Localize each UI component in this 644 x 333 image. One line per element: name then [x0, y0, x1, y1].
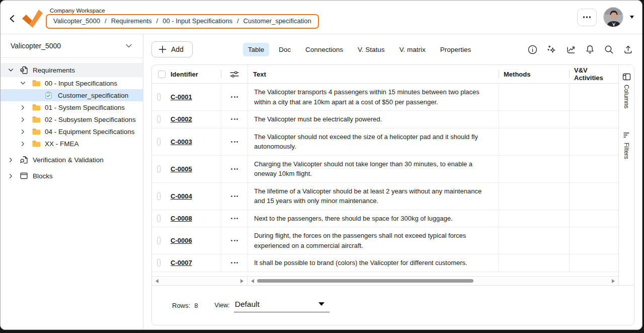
- row-menu-icon[interactable]: [231, 262, 238, 263]
- methods-cell[interactable]: [499, 84, 569, 110]
- select-all-checkbox[interactable]: [158, 71, 166, 78]
- methods-cell[interactable]: [499, 227, 569, 254]
- info-icon[interactable]: [526, 43, 539, 56]
- vv-activities-cell[interactable]: [569, 210, 618, 227]
- chevron-down-icon[interactable]: [630, 16, 634, 19]
- tab-doc[interactable]: Doc: [274, 43, 296, 56]
- tree-item-00-input-specifications[interactable]: 00 - Input Specifications: [1, 77, 143, 89]
- vv-activities-cell[interactable]: [569, 183, 618, 210]
- tab-connections[interactable]: Connections: [300, 43, 348, 56]
- add-button[interactable]: Add: [151, 41, 193, 57]
- row-checkbox[interactable]: [157, 138, 160, 146]
- ai-sparkles-icon[interactable]: [545, 43, 558, 56]
- column-header-vv-activities[interactable]: V&V Activities: [569, 65, 618, 83]
- row-menu-icon[interactable]: [231, 96, 238, 98]
- methods-cell[interactable]: [499, 210, 569, 227]
- row-menu-icon[interactable]: [231, 141, 238, 143]
- column-header-identifier[interactable]: Identifier: [166, 65, 221, 83]
- methods-cell[interactable]: [499, 254, 569, 272]
- chevron-right-icon[interactable]: [20, 104, 26, 111]
- chevron-right-icon[interactable]: [20, 141, 26, 147]
- analytics-icon[interactable]: [565, 43, 577, 56]
- requirement-id-link[interactable]: C-0003: [171, 138, 192, 146]
- export-icon[interactable]: [622, 43, 634, 56]
- requirement-id-link[interactable]: C-0006: [171, 237, 192, 244]
- view-select[interactable]: Default: [234, 299, 330, 312]
- tree-item-xx-fmea[interactable]: XX - FMEA: [1, 138, 143, 150]
- tab-properties[interactable]: Properties: [435, 43, 476, 56]
- chevron-down-icon[interactable]: [20, 80, 26, 87]
- tree-item-requirements[interactable]: Requirements: [1, 63, 143, 77]
- requirement-id-link[interactable]: C-0001: [171, 93, 192, 101]
- tree-item-02-subsystem-specifications[interactable]: 02 - Subsystem Specifications: [1, 113, 143, 125]
- table-side-panel: Columns Filters: [618, 65, 634, 285]
- scroll-right-arrow-icon[interactable]: [612, 279, 615, 283]
- vv-activities-cell[interactable]: [569, 254, 618, 272]
- chevron-right-icon[interactable]: [20, 116, 26, 123]
- project-selector[interactable]: Valicopter_5000: [1, 34, 143, 58]
- row-checkbox[interactable]: [157, 237, 160, 244]
- row-menu-icon[interactable]: [231, 195, 238, 197]
- column-header-methods[interactable]: Methods: [499, 65, 569, 83]
- scroll-left-arrow-icon[interactable]: [251, 279, 254, 283]
- row-menu-icon[interactable]: [231, 168, 238, 170]
- breadcrumb-item-project[interactable]: Valicopter_5000: [53, 17, 100, 25]
- chevron-right-icon[interactable]: [8, 173, 14, 179]
- tree-item-blocks[interactable]: Blocks: [1, 170, 143, 182]
- scroll-right-arrow-icon[interactable]: [240, 279, 244, 283]
- tab-v-matrix[interactable]: V. matrix: [394, 43, 431, 56]
- search-icon[interactable]: [603, 43, 615, 56]
- tree-item-01-system-specifications[interactable]: 01 - System Specifications: [1, 101, 143, 113]
- tab-table[interactable]: Table: [243, 43, 269, 56]
- scrollbar-left-pane[interactable]: [152, 277, 248, 285]
- chevron-right-icon[interactable]: [8, 157, 14, 163]
- requirement-id-link[interactable]: C-0008: [171, 215, 192, 222]
- row-menu-icon[interactable]: [231, 218, 238, 219]
- row-checkbox[interactable]: [157, 165, 160, 173]
- back-button[interactable]: [6, 12, 20, 27]
- tree-item-04-equipment-specifications[interactable]: 04 - Equipment Specifications: [1, 125, 143, 138]
- vv-activities-cell[interactable]: [569, 128, 618, 155]
- more-options-button[interactable]: [577, 9, 597, 26]
- requirement-id-link[interactable]: C-0004: [171, 192, 192, 200]
- user-avatar[interactable]: [603, 7, 623, 27]
- tree-item-label: Customer_specification: [58, 92, 128, 99]
- table-row: C-0003 The Valicopter should not exceed …: [152, 128, 618, 156]
- breadcrumb-item-folder[interactable]: 00 - Input Specifications: [163, 17, 232, 25]
- row-checkbox[interactable]: [157, 93, 160, 101]
- row-menu-icon[interactable]: [231, 240, 238, 241]
- scroll-left-arrow-icon[interactable]: [155, 279, 158, 283]
- row-checkbox[interactable]: [157, 259, 160, 267]
- row-menu-icon[interactable]: [231, 118, 238, 120]
- filters-panel-toggle[interactable]: Filters: [623, 131, 630, 159]
- breadcrumb-item-specification[interactable]: Customer_specification: [244, 17, 311, 25]
- requirement-id-link[interactable]: C-0005: [171, 165, 192, 173]
- chevron-down-icon[interactable]: [8, 67, 14, 74]
- scrollbar-right-pane[interactable]: [248, 277, 618, 285]
- scrollbar-thumb[interactable]: [257, 279, 473, 283]
- row-checkbox[interactable]: [157, 192, 160, 200]
- vv-activities-cell[interactable]: [569, 227, 618, 254]
- tree-item-customer-specification[interactable]: Customer_specification: [1, 89, 143, 101]
- vv-activities-cell[interactable]: [569, 111, 618, 128]
- methods-cell[interactable]: [499, 183, 569, 210]
- column-settings-icon[interactable]: [229, 71, 239, 78]
- methods-cell[interactable]: [499, 128, 569, 155]
- requirement-id-link[interactable]: C-0007: [171, 259, 192, 267]
- column-header-text[interactable]: Text: [248, 65, 499, 83]
- row-checkbox[interactable]: [157, 115, 160, 123]
- breadcrumb-item-requirements[interactable]: Requirements: [111, 17, 152, 25]
- vv-activities-cell[interactable]: [569, 156, 618, 182]
- rows-count-value: 8: [194, 302, 198, 309]
- chevron-right-icon[interactable]: [20, 128, 26, 135]
- columns-panel-toggle[interactable]: Columns: [622, 73, 631, 108]
- methods-cell[interactable]: [499, 156, 569, 182]
- methods-cell[interactable]: [499, 111, 569, 128]
- row-checkbox[interactable]: [157, 215, 160, 222]
- tree-item-verification-validation[interactable]: Verification & Validation: [1, 154, 143, 166]
- notifications-icon[interactable]: [584, 43, 596, 56]
- vv-activities-cell[interactable]: [569, 84, 618, 110]
- requirement-id-link[interactable]: C-0002: [171, 115, 192, 123]
- tab-v-status[interactable]: V. Status: [353, 43, 390, 56]
- app-window: Company Workspace Valicopter_5000 / Requ…: [0, 0, 642, 330]
